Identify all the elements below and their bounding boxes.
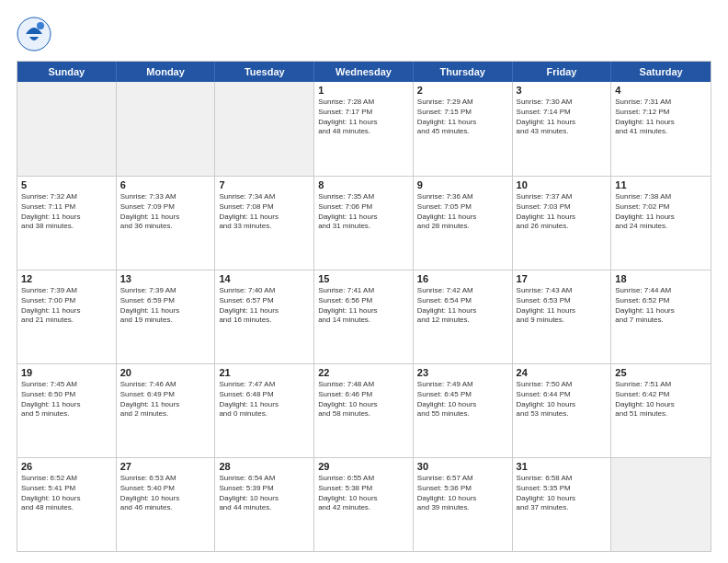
day-cell-17: 17Sunrise: 7:43 AM Sunset: 6:53 PM Dayli… [513,270,612,363]
day-cell-27: 27Sunrise: 6:53 AM Sunset: 5:40 PM Dayli… [117,458,216,551]
day-cell-18: 18Sunrise: 7:44 AM Sunset: 6:52 PM Dayli… [611,270,711,363]
day-info: Sunrise: 7:49 AM Sunset: 6:45 PM Dayligh… [417,380,508,419]
day-info: Sunrise: 7:50 AM Sunset: 6:44 PM Dayligh… [517,380,608,419]
day-number: 23 [417,367,508,378]
day-number: 22 [318,367,409,378]
day-number: 18 [615,273,707,284]
weekday-header-thursday: Thursday [414,62,513,82]
day-info: Sunrise: 6:54 AM Sunset: 5:39 PM Dayligh… [219,474,310,513]
day-info: Sunrise: 7:41 AM Sunset: 6:56 PM Dayligh… [318,286,409,326]
day-info: Sunrise: 7:34 AM Sunset: 7:08 PM Dayligh… [219,192,310,232]
day-info: Sunrise: 7:29 AM Sunset: 7:15 PM Dayligh… [417,98,508,137]
day-info: Sunrise: 6:52 AM Sunset: 5:41 PM Dayligh… [21,474,112,513]
day-info: Sunrise: 6:58 AM Sunset: 5:35 PM Dayligh… [517,474,608,513]
day-info: Sunrise: 7:47 AM Sunset: 6:48 PM Dayligh… [219,380,310,419]
day-number: 26 [21,461,112,472]
calendar-row-2: 5Sunrise: 7:32 AM Sunset: 7:11 PM Daylig… [17,176,711,270]
day-info: Sunrise: 7:37 AM Sunset: 7:03 PM Dayligh… [517,192,608,232]
weekday-header-tuesday: Tuesday [215,62,314,82]
day-info: Sunrise: 7:35 AM Sunset: 7:06 PM Dayligh… [318,192,409,232]
day-number: 8 [318,179,409,190]
day-number: 19 [21,367,112,378]
day-info: Sunrise: 7:31 AM Sunset: 7:12 PM Dayligh… [615,98,707,137]
page: SundayMondayTuesdayWednesdayThursdayFrid… [0,0,728,563]
day-cell-13: 13Sunrise: 7:39 AM Sunset: 6:59 PM Dayli… [117,270,216,363]
day-cell-31: 31Sunrise: 6:58 AM Sunset: 5:35 PM Dayli… [513,458,612,551]
logo [17,17,55,52]
day-number: 16 [417,273,508,284]
day-cell-10: 10Sunrise: 7:37 AM Sunset: 7:03 PM Dayli… [513,177,612,270]
day-number: 30 [417,461,508,472]
day-number: 7 [219,179,310,190]
day-cell-7: 7Sunrise: 7:34 AM Sunset: 7:08 PM Daylig… [215,177,314,270]
day-number: 5 [21,179,112,190]
day-number: 28 [219,461,310,472]
day-cell-29: 29Sunrise: 6:55 AM Sunset: 5:38 PM Dayli… [314,458,414,551]
weekday-header-saturday: Saturday [611,62,711,82]
day-info: Sunrise: 6:53 AM Sunset: 5:40 PM Dayligh… [120,474,211,513]
day-cell-12: 12Sunrise: 7:39 AM Sunset: 7:00 PM Dayli… [17,270,117,363]
day-number: 6 [120,179,211,190]
day-cell-19: 19Sunrise: 7:45 AM Sunset: 6:50 PM Dayli… [17,364,117,457]
day-info: Sunrise: 7:36 AM Sunset: 7:05 PM Dayligh… [417,192,508,232]
day-info: Sunrise: 6:57 AM Sunset: 5:36 PM Dayligh… [417,474,508,513]
day-info: Sunrise: 7:45 AM Sunset: 6:50 PM Dayligh… [21,380,112,419]
day-cell-21: 21Sunrise: 7:47 AM Sunset: 6:48 PM Dayli… [215,364,314,457]
day-cell-30: 30Sunrise: 6:57 AM Sunset: 5:36 PM Dayli… [414,458,513,551]
day-info: Sunrise: 7:33 AM Sunset: 7:09 PM Dayligh… [120,192,211,232]
day-cell-24: 24Sunrise: 7:50 AM Sunset: 6:44 PM Dayli… [513,364,612,457]
empty-cell-r0c2 [215,82,314,176]
day-number: 29 [318,461,409,472]
day-cell-5: 5Sunrise: 7:32 AM Sunset: 7:11 PM Daylig… [17,177,117,270]
day-number: 20 [120,367,211,378]
day-cell-3: 3Sunrise: 7:30 AM Sunset: 7:14 PM Daylig… [513,82,612,176]
day-number: 2 [417,85,508,96]
day-cell-1: 1Sunrise: 7:28 AM Sunset: 7:17 PM Daylig… [314,82,414,176]
day-cell-4: 4Sunrise: 7:31 AM Sunset: 7:12 PM Daylig… [611,82,711,176]
day-number: 21 [219,367,310,378]
day-info: Sunrise: 7:51 AM Sunset: 6:42 PM Dayligh… [615,380,707,419]
svg-point-1 [37,22,44,29]
day-info: Sunrise: 7:40 AM Sunset: 6:57 PM Dayligh… [219,286,310,326]
day-cell-20: 20Sunrise: 7:46 AM Sunset: 6:49 PM Dayli… [117,364,216,457]
header [17,17,711,52]
day-cell-22: 22Sunrise: 7:48 AM Sunset: 6:46 PM Dayli… [314,364,414,457]
empty-cell-r0c0 [17,82,117,176]
day-number: 17 [517,273,608,284]
day-number: 3 [517,85,608,96]
day-info: Sunrise: 7:46 AM Sunset: 6:49 PM Dayligh… [120,380,211,419]
empty-cell-r0c1 [117,82,216,176]
weekday-header-friday: Friday [513,62,612,82]
day-number: 9 [417,179,508,190]
day-cell-6: 6Sunrise: 7:33 AM Sunset: 7:09 PM Daylig… [117,177,216,270]
day-info: Sunrise: 7:48 AM Sunset: 6:46 PM Dayligh… [318,380,409,419]
day-info: Sunrise: 7:42 AM Sunset: 6:54 PM Dayligh… [417,286,508,326]
day-number: 10 [517,179,608,190]
day-info: Sunrise: 7:39 AM Sunset: 6:59 PM Dayligh… [120,286,211,326]
calendar-row-3: 12Sunrise: 7:39 AM Sunset: 7:00 PM Dayli… [17,270,711,363]
day-info: Sunrise: 7:44 AM Sunset: 6:52 PM Dayligh… [615,286,707,326]
calendar-row-5: 26Sunrise: 6:52 AM Sunset: 5:41 PM Dayli… [17,457,711,551]
day-cell-2: 2Sunrise: 7:29 AM Sunset: 7:15 PM Daylig… [414,82,513,176]
empty-cell-r4c6 [611,458,711,551]
weekday-header-wednesday: Wednesday [314,62,414,82]
weekday-header-monday: Monday [117,62,216,82]
day-info: Sunrise: 7:43 AM Sunset: 6:53 PM Dayligh… [517,286,608,326]
day-info: Sunrise: 7:32 AM Sunset: 7:11 PM Dayligh… [21,192,112,232]
day-info: Sunrise: 7:38 AM Sunset: 7:02 PM Dayligh… [615,192,707,232]
calendar-row-1: 1Sunrise: 7:28 AM Sunset: 7:17 PM Daylig… [17,82,711,176]
day-cell-25: 25Sunrise: 7:51 AM Sunset: 6:42 PM Dayli… [611,364,711,457]
day-info: Sunrise: 7:39 AM Sunset: 7:00 PM Dayligh… [21,286,112,326]
day-number: 15 [318,273,409,284]
day-cell-28: 28Sunrise: 6:54 AM Sunset: 5:39 PM Dayli… [215,458,314,551]
day-cell-8: 8Sunrise: 7:35 AM Sunset: 7:06 PM Daylig… [314,177,414,270]
day-cell-23: 23Sunrise: 7:49 AM Sunset: 6:45 PM Dayli… [414,364,513,457]
day-cell-26: 26Sunrise: 6:52 AM Sunset: 5:41 PM Dayli… [17,458,117,551]
day-cell-9: 9Sunrise: 7:36 AM Sunset: 7:05 PM Daylig… [414,177,513,270]
calendar-header: SundayMondayTuesdayWednesdayThursdayFrid… [17,62,711,82]
day-number: 11 [615,179,707,190]
day-number: 31 [517,461,608,472]
day-info: Sunrise: 6:55 AM Sunset: 5:38 PM Dayligh… [318,474,409,513]
logo-icon [17,17,51,52]
day-cell-15: 15Sunrise: 7:41 AM Sunset: 6:56 PM Dayli… [314,270,414,363]
